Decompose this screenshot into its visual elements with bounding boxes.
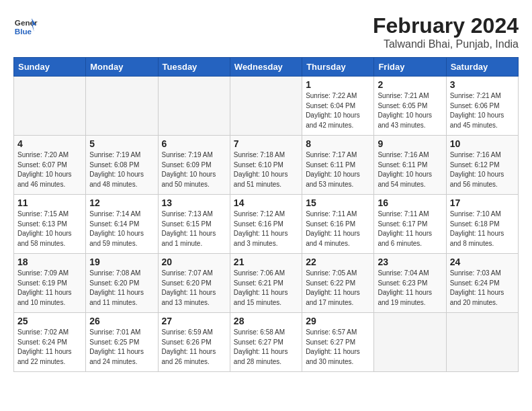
calendar-cell: 15Sunrise: 7:11 AM Sunset: 6:16 PM Dayli… xyxy=(302,195,374,254)
calendar-week-row: 4Sunrise: 7:20 AM Sunset: 6:07 PM Daylig… xyxy=(14,136,519,195)
logo-icon: General Blue xyxy=(13,13,38,38)
day-number: 2 xyxy=(378,79,442,90)
calendar-cell: 27Sunrise: 6:59 AM Sunset: 6:26 PM Dayli… xyxy=(158,313,230,372)
calendar-cell: 14Sunrise: 7:12 AM Sunset: 6:16 PM Dayli… xyxy=(230,195,302,254)
day-number: 19 xyxy=(89,257,154,267)
day-info: Sunrise: 7:10 AM Sunset: 6:18 PM Dayligh… xyxy=(450,210,515,248)
day-info: Sunrise: 7:22 AM Sunset: 6:04 PM Dayligh… xyxy=(306,91,370,130)
day-of-week-wednesday: Wednesday xyxy=(230,58,302,77)
calendar-cell: 16Sunrise: 7:11 AM Sunset: 6:17 PM Dayli… xyxy=(374,195,446,254)
day-number: 5 xyxy=(89,138,154,149)
calendar-cell: 26Sunrise: 7:01 AM Sunset: 6:25 PM Dayli… xyxy=(86,313,158,372)
day-info: Sunrise: 7:19 AM Sunset: 6:08 PM Dayligh… xyxy=(89,150,154,189)
calendar-cell: 25Sunrise: 7:02 AM Sunset: 6:24 PM Dayli… xyxy=(14,313,86,372)
day-info: Sunrise: 7:16 AM Sunset: 6:12 PM Dayligh… xyxy=(450,150,515,189)
day-of-week-saturday: Saturday xyxy=(446,58,518,77)
day-info: Sunrise: 7:02 AM Sunset: 6:24 PM Dayligh… xyxy=(17,328,82,367)
day-info: Sunrise: 7:11 AM Sunset: 6:16 PM Dayligh… xyxy=(306,210,370,248)
day-of-week-friday: Friday xyxy=(374,58,446,77)
calendar-cell: 19Sunrise: 7:08 AM Sunset: 6:20 PM Dayli… xyxy=(86,254,158,313)
day-info: Sunrise: 7:16 AM Sunset: 6:11 PM Dayligh… xyxy=(378,150,442,189)
calendar-cell: 22Sunrise: 7:05 AM Sunset: 6:22 PM Dayli… xyxy=(302,254,374,313)
calendar-cell: 11Sunrise: 7:15 AM Sunset: 6:13 PM Dayli… xyxy=(14,195,86,254)
day-number: 17 xyxy=(450,197,515,208)
day-info: Sunrise: 7:04 AM Sunset: 6:23 PM Dayligh… xyxy=(378,269,442,308)
day-info: Sunrise: 7:19 AM Sunset: 6:09 PM Dayligh… xyxy=(162,150,226,189)
day-info: Sunrise: 7:21 AM Sunset: 6:06 PM Dayligh… xyxy=(450,91,515,130)
calendar-cell: 23Sunrise: 7:04 AM Sunset: 6:23 PM Dayli… xyxy=(374,254,446,313)
calendar-cell: 5Sunrise: 7:19 AM Sunset: 6:08 PM Daylig… xyxy=(86,136,158,195)
calendar-header-row: SundayMondayTuesdayWednesdayThursdayFrid… xyxy=(14,58,519,77)
day-number: 4 xyxy=(17,138,82,149)
day-info: Sunrise: 7:20 AM Sunset: 6:07 PM Dayligh… xyxy=(17,150,82,189)
day-number: 12 xyxy=(89,197,154,208)
day-info: Sunrise: 6:57 AM Sunset: 6:27 PM Dayligh… xyxy=(306,328,370,367)
calendar-cell xyxy=(158,77,230,136)
calendar-cell: 9Sunrise: 7:16 AM Sunset: 6:11 PM Daylig… xyxy=(374,136,446,195)
day-info: Sunrise: 7:18 AM Sunset: 6:10 PM Dayligh… xyxy=(234,150,298,189)
day-number: 22 xyxy=(306,257,370,267)
day-info: Sunrise: 6:58 AM Sunset: 6:27 PM Dayligh… xyxy=(234,328,298,367)
day-info: Sunrise: 7:14 AM Sunset: 6:14 PM Dayligh… xyxy=(89,210,154,248)
day-info: Sunrise: 7:07 AM Sunset: 6:20 PM Dayligh… xyxy=(162,269,226,308)
calendar-cell: 20Sunrise: 7:07 AM Sunset: 6:20 PM Dayli… xyxy=(158,254,230,313)
month-year-title: February 2024 xyxy=(373,13,519,38)
day-number: 21 xyxy=(234,257,298,267)
logo: General Blue xyxy=(13,13,38,38)
day-number: 11 xyxy=(17,197,82,208)
calendar-cell: 7Sunrise: 7:18 AM Sunset: 6:10 PM Daylig… xyxy=(230,136,302,195)
day-number: 23 xyxy=(378,257,442,267)
day-info: Sunrise: 7:17 AM Sunset: 6:11 PM Dayligh… xyxy=(306,150,370,189)
day-number: 27 xyxy=(162,316,226,326)
calendar-cell: 3Sunrise: 7:21 AM Sunset: 6:06 PM Daylig… xyxy=(446,77,518,136)
calendar-week-row: 11Sunrise: 7:15 AM Sunset: 6:13 PM Dayli… xyxy=(14,195,519,254)
calendar-cell: 8Sunrise: 7:17 AM Sunset: 6:11 PM Daylig… xyxy=(302,136,374,195)
day-info: Sunrise: 7:01 AM Sunset: 6:25 PM Dayligh… xyxy=(89,328,154,367)
day-info: Sunrise: 7:15 AM Sunset: 6:13 PM Dayligh… xyxy=(17,210,82,248)
day-info: Sunrise: 7:21 AM Sunset: 6:05 PM Dayligh… xyxy=(378,91,442,130)
day-number: 6 xyxy=(162,138,226,149)
day-number: 16 xyxy=(378,197,442,208)
calendar-cell: 29Sunrise: 6:57 AM Sunset: 6:27 PM Dayli… xyxy=(302,313,374,372)
day-number: 29 xyxy=(306,316,370,326)
calendar-cell: 10Sunrise: 7:16 AM Sunset: 6:12 PM Dayli… xyxy=(446,136,518,195)
day-number: 7 xyxy=(234,138,298,149)
calendar-week-row: 18Sunrise: 7:09 AM Sunset: 6:19 PM Dayli… xyxy=(14,254,519,313)
calendar-cell: 4Sunrise: 7:20 AM Sunset: 6:07 PM Daylig… xyxy=(14,136,86,195)
calendar-cell: 1Sunrise: 7:22 AM Sunset: 6:04 PM Daylig… xyxy=(302,77,374,136)
calendar-cell: 17Sunrise: 7:10 AM Sunset: 6:18 PM Dayli… xyxy=(446,195,518,254)
calendar-cell: 13Sunrise: 7:13 AM Sunset: 6:15 PM Dayli… xyxy=(158,195,230,254)
day-of-week-sunday: Sunday xyxy=(14,58,86,77)
day-info: Sunrise: 7:11 AM Sunset: 6:17 PM Dayligh… xyxy=(378,210,442,248)
calendar-cell xyxy=(446,313,518,372)
day-number: 3 xyxy=(450,79,515,90)
calendar-cell: 2Sunrise: 7:21 AM Sunset: 6:05 PM Daylig… xyxy=(374,77,446,136)
day-number: 8 xyxy=(306,138,370,149)
day-info: Sunrise: 7:12 AM Sunset: 6:16 PM Dayligh… xyxy=(234,210,298,248)
day-number: 15 xyxy=(306,197,370,208)
day-number: 28 xyxy=(234,316,298,326)
calendar-cell: 24Sunrise: 7:03 AM Sunset: 6:24 PM Dayli… xyxy=(446,254,518,313)
day-number: 9 xyxy=(378,138,442,149)
calendar-cell: 18Sunrise: 7:09 AM Sunset: 6:19 PM Dayli… xyxy=(14,254,86,313)
calendar-cell xyxy=(14,77,86,136)
day-info: Sunrise: 7:08 AM Sunset: 6:20 PM Dayligh… xyxy=(89,269,154,308)
day-info: Sunrise: 6:59 AM Sunset: 6:26 PM Dayligh… xyxy=(162,328,226,367)
day-number: 26 xyxy=(89,316,154,326)
day-number: 14 xyxy=(234,197,298,208)
day-info: Sunrise: 7:13 AM Sunset: 6:15 PM Dayligh… xyxy=(162,210,226,248)
calendar-cell: 12Sunrise: 7:14 AM Sunset: 6:14 PM Dayli… xyxy=(86,195,158,254)
calendar-cell xyxy=(86,77,158,136)
location-subtitle: Talwandi Bhai, Punjab, India xyxy=(373,38,519,50)
calendar-table: SundayMondayTuesdayWednesdayThursdayFrid… xyxy=(13,57,519,372)
day-of-week-monday: Monday xyxy=(86,58,158,77)
day-of-week-tuesday: Tuesday xyxy=(158,58,230,77)
svg-text:Blue: Blue xyxy=(15,27,32,36)
calendar-week-row: 1Sunrise: 7:22 AM Sunset: 6:04 PM Daylig… xyxy=(14,77,519,136)
day-number: 10 xyxy=(450,138,515,149)
page-header: General Blue February 2024 Talwandi Bhai… xyxy=(13,13,519,50)
day-number: 1 xyxy=(306,79,370,90)
calendar-cell xyxy=(230,77,302,136)
day-number: 20 xyxy=(162,257,226,267)
day-number: 25 xyxy=(17,316,82,326)
